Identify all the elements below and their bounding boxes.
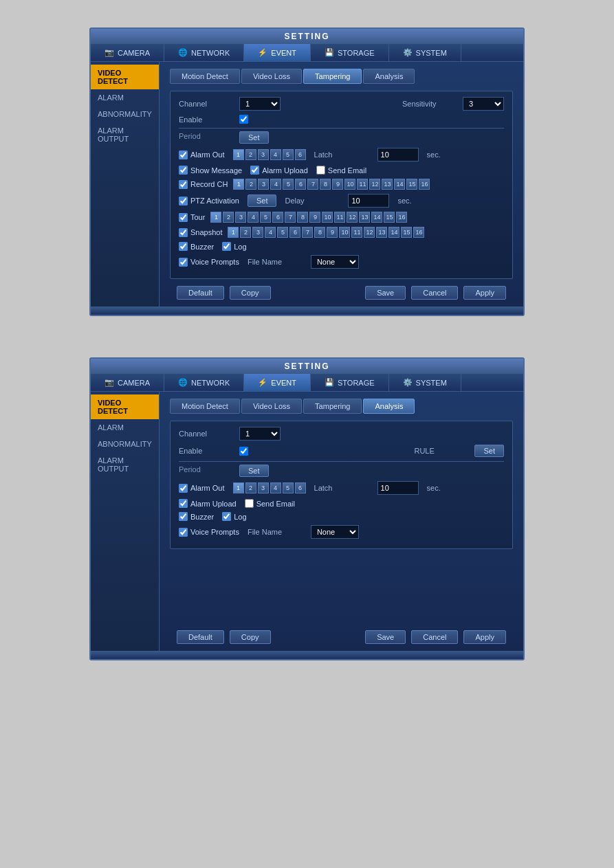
rule-set-btn-2[interactable]: Set [474, 445, 504, 457]
snapshot-cb-1[interactable] [179, 228, 188, 237]
sidebar-video-detect-2[interactable]: VIDEO DETECT [91, 394, 159, 419]
rch-9[interactable]: 9 [332, 179, 343, 190]
tour-15[interactable]: 15 [384, 212, 395, 223]
tour-1[interactable]: 1 [210, 212, 221, 223]
sidebar-alarm-2[interactable]: ALARM [91, 419, 159, 436]
sub-tab-tampering-1[interactable]: Tampering [303, 69, 362, 84]
nav-tab-storage-2[interactable]: 💾 STORAGE [311, 374, 389, 391]
snap-1[interactable]: 1 [228, 227, 239, 238]
tour-8[interactable]: 8 [297, 212, 308, 223]
alarm-out-cb-2[interactable] [179, 484, 188, 493]
show-message-cb-1[interactable] [179, 166, 188, 175]
snap-4[interactable]: 4 [265, 227, 276, 238]
rch-7[interactable]: 7 [307, 179, 318, 190]
ao2-6[interactable]: 6 [295, 482, 306, 493]
sidebar-alarm-1[interactable]: ALARM [91, 89, 159, 106]
tour-2[interactable]: 2 [223, 212, 234, 223]
period-set-btn-1[interactable]: Set [239, 131, 269, 144]
tour-4[interactable]: 4 [248, 212, 259, 223]
ao2-1[interactable]: 1 [233, 482, 244, 493]
nav-tab-storage-1[interactable]: 💾 STORAGE [311, 44, 389, 61]
ao2-3[interactable]: 3 [258, 482, 269, 493]
alarm-upload-cb-1[interactable] [250, 166, 259, 175]
enable-checkbox-2[interactable] [239, 447, 248, 456]
ao-box-6[interactable]: 6 [295, 149, 306, 160]
copy-btn-2[interactable]: Copy [230, 630, 271, 644]
sub-tab-motion-1[interactable]: Motion Detect [170, 69, 240, 84]
ao-box-5[interactable]: 5 [283, 149, 294, 160]
rch-10[interactable]: 10 [344, 179, 355, 190]
tour-10[interactable]: 10 [322, 212, 333, 223]
tour-6[interactable]: 6 [272, 212, 283, 223]
cancel-btn-1[interactable]: Cancel [411, 286, 458, 300]
tour-cb-1[interactable] [179, 213, 188, 222]
rch-16[interactable]: 16 [419, 179, 430, 190]
default-btn-1[interactable]: Default [177, 286, 224, 300]
tour-13[interactable]: 13 [359, 212, 370, 223]
ao2-5[interactable]: 5 [283, 482, 294, 493]
snap-16[interactable]: 16 [413, 227, 424, 238]
sidebar-abnormality-1[interactable]: ABNORMALITY [91, 106, 159, 122]
send-email-cb-1[interactable] [316, 166, 325, 175]
rch-2[interactable]: 2 [245, 179, 256, 190]
snap-12[interactable]: 12 [364, 227, 375, 238]
snap-3[interactable]: 3 [252, 227, 263, 238]
sub-tab-tampering-2[interactable]: Tampering [303, 399, 362, 414]
buzzer-cb-2[interactable] [179, 512, 188, 521]
snap-15[interactable]: 15 [401, 227, 412, 238]
tour-7[interactable]: 7 [285, 212, 296, 223]
sensitivity-select-1[interactable]: 3 [463, 97, 504, 111]
log-cb-1[interactable] [222, 242, 231, 251]
rch-3[interactable]: 3 [258, 179, 269, 190]
snap-6[interactable]: 6 [289, 227, 300, 238]
ao2-2[interactable]: 2 [245, 482, 256, 493]
rch-8[interactable]: 8 [320, 179, 331, 190]
snap-5[interactable]: 5 [277, 227, 288, 238]
snap-8[interactable]: 8 [314, 227, 325, 238]
default-btn-2[interactable]: Default [177, 630, 224, 644]
nav-tab-camera-1[interactable]: 📷 CAMERA [91, 44, 164, 61]
snap-2[interactable]: 2 [240, 227, 251, 238]
nav-tab-network-2[interactable]: 🌐 NETWORK [164, 374, 244, 391]
nav-tab-event-1[interactable]: ⚡ EVENT [244, 44, 311, 61]
voice-cb-1[interactable] [179, 258, 188, 267]
channel-select-2[interactable]: 1 [239, 427, 281, 441]
record-ch-cb-1[interactable] [179, 180, 188, 189]
apply-btn-1[interactable]: Apply [463, 286, 506, 300]
ptz-cb-1[interactable] [179, 197, 188, 205]
tour-16[interactable]: 16 [396, 212, 407, 223]
nav-tab-system-1[interactable]: ⚙️ SYSTEM [389, 44, 461, 61]
ptz-set-btn-1[interactable]: Set [248, 194, 277, 207]
ao-box-1[interactable]: 1 [233, 149, 244, 160]
snap-11[interactable]: 11 [351, 227, 362, 238]
save-btn-2[interactable]: Save [365, 630, 406, 644]
sidebar-video-detect-1[interactable]: VIDEO DETECT [91, 65, 159, 89]
tour-3[interactable]: 3 [235, 212, 246, 223]
voice-cb-2[interactable] [179, 528, 188, 537]
sub-tab-motion-2[interactable]: Motion Detect [170, 399, 240, 414]
tour-11[interactable]: 11 [334, 212, 345, 223]
latch-input-2[interactable] [377, 481, 419, 495]
filename-select-1[interactable]: None [311, 255, 359, 269]
enable-checkbox-1[interactable] [239, 115, 248, 124]
ao-box-4[interactable]: 4 [270, 149, 281, 160]
ao2-4[interactable]: 4 [270, 482, 281, 493]
rch-14[interactable]: 14 [394, 179, 405, 190]
nav-tab-network-1[interactable]: 🌐 NETWORK [164, 44, 244, 61]
snap-9[interactable]: 9 [327, 227, 338, 238]
buzzer-cb-1[interactable] [179, 242, 188, 251]
snap-10[interactable]: 10 [339, 227, 350, 238]
snap-7[interactable]: 7 [302, 227, 313, 238]
rch-11[interactable]: 11 [357, 179, 368, 190]
rch-6[interactable]: 6 [295, 179, 306, 190]
rch-12[interactable]: 12 [369, 179, 380, 190]
snap-14[interactable]: 14 [388, 227, 399, 238]
rch-5[interactable]: 5 [283, 179, 294, 190]
alarm-upload-cb-2[interactable] [179, 499, 188, 508]
rch-4[interactable]: 4 [270, 179, 281, 190]
tour-9[interactable]: 9 [309, 212, 320, 223]
sub-tab-videoloss-2[interactable]: Video Loss [241, 399, 302, 414]
send-email-cb-2[interactable] [245, 499, 254, 508]
log-cb-2[interactable] [222, 512, 231, 521]
sub-tab-videoloss-1[interactable]: Video Loss [241, 69, 302, 84]
